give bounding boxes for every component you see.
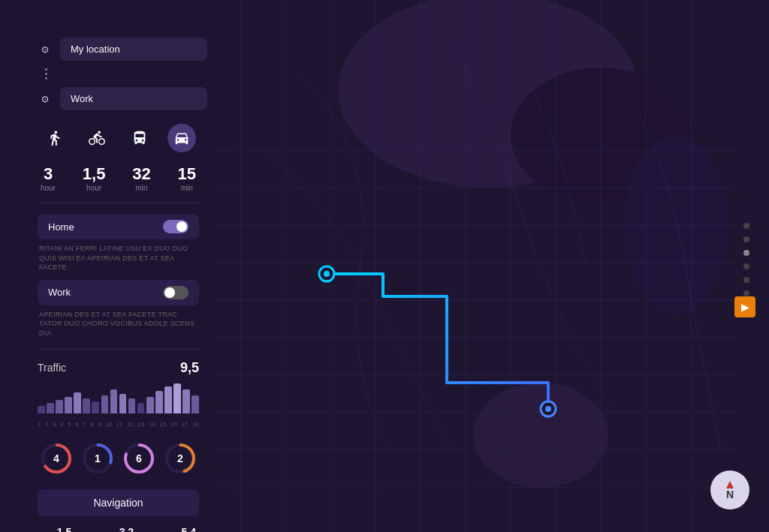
nav-distances: ▲ 1,5 km ◄ 3,2 km ◄ 5,4 km — [38, 527, 199, 532]
sidebar: ⊙ ⊙ 3 hou — [23, 23, 214, 532]
traffic-bar-12 — [137, 403, 145, 413]
transport-car[interactable] — [167, 124, 196, 152]
time-walk-label: hour — [41, 184, 56, 192]
toggle-section: Home RITANI AN FERRI LATINE USU EX DUO D… — [38, 214, 199, 338]
traffic-bar-2 — [47, 403, 54, 413]
nav-arrow-1: ▲ — [41, 529, 53, 532]
home-toggle-desc: RITANI AN FERRI LATINE USU EX DUO DUO QU… — [38, 244, 199, 272]
traffic-bar-11 — [128, 398, 136, 413]
nav-dist-value-1: 1,5 — [57, 527, 71, 532]
time-car-label: min — [181, 184, 193, 192]
work-toggle-header[interactable]: Work — [38, 280, 199, 305]
traffic-num-4: 4 — [60, 421, 63, 428]
traffic-num-7: 7 — [83, 421, 86, 428]
nav-arrow-3: ◄ — [165, 529, 177, 532]
traffic-num-6: 6 — [75, 421, 78, 428]
compass-inner: N — [726, 481, 734, 500]
traffic-label: Traffic — [38, 362, 66, 374]
transport-walk[interactable] — [41, 124, 69, 152]
traffic-num-5: 5 — [68, 421, 71, 428]
right-dot-1[interactable] — [743, 236, 749, 242]
svg-point-2 — [473, 383, 608, 488]
traffic-bar-13 — [146, 397, 154, 413]
work-toggle-row: Work APEIRIAN DES ET AT SEA FACETE TRAC … — [38, 280, 199, 338]
traffic-bar-17 — [182, 389, 190, 413]
traffic-section: Traffic 9,5 123456789101112131415161718 — [38, 360, 199, 428]
time-bus-value: 32 — [132, 166, 150, 182]
location-from-row: ⊙ — [38, 38, 199, 61]
time-stats: 3 hour 1,5 hour 32 min 15 min — [38, 166, 199, 192]
traffic-num-9: 9 — [98, 421, 101, 428]
location-from-icon: ⊙ — [38, 42, 53, 57]
transport-section — [38, 121, 199, 155]
traffic-bar-3 — [56, 400, 63, 413]
traffic-numbers: 123456789101112131415161718 — [38, 421, 199, 428]
connector-dot-2 — [45, 73, 47, 75]
right-dot-3[interactable] — [743, 263, 749, 269]
svg-point-26 — [324, 271, 330, 277]
time-bus: 32 min — [132, 166, 150, 192]
location-from-input[interactable] — [60, 38, 207, 61]
traffic-bar-6 — [83, 398, 90, 413]
work-toggle-label: Work — [48, 287, 71, 298]
svg-point-28 — [545, 406, 551, 412]
right-dot-5[interactable] — [743, 290, 749, 296]
expand-button[interactable]: ▶ — [734, 296, 755, 317]
transport-bus[interactable] — [125, 124, 154, 152]
traffic-num-16: 16 — [170, 421, 177, 428]
traffic-num-1: 1 — [38, 421, 41, 428]
time-walk: 3 hour — [41, 166, 56, 192]
connector-dot-1 — [45, 68, 47, 71]
nav-dist-1: ▲ 1,5 km — [41, 527, 71, 532]
transport-bike[interactable] — [83, 124, 111, 152]
compass: N — [710, 470, 749, 509]
right-dot-0[interactable] — [743, 223, 749, 229]
time-bike: 1,5 hour — [83, 166, 106, 192]
circle-item-2[interactable]: 6 — [122, 441, 156, 476]
traffic-header: Traffic 9,5 — [38, 360, 199, 376]
circle-num-1: 1 — [95, 452, 101, 464]
traffic-num-15: 15 — [159, 421, 166, 428]
right-dot-4[interactable] — [743, 277, 749, 283]
traffic-num-11: 11 — [116, 421, 123, 428]
traffic-bar-1 — [38, 406, 45, 413]
circle-item-0[interactable]: 4 — [39, 441, 74, 476]
home-toggle-switch[interactable] — [163, 220, 188, 233]
traffic-num-14: 14 — [149, 421, 155, 428]
traffic-num-17: 17 — [181, 421, 188, 428]
circle-num-2: 6 — [136, 452, 142, 464]
traffic-num-8: 8 — [90, 421, 93, 428]
connector-dot-3 — [45, 77, 47, 80]
time-car-value: 15 — [177, 166, 195, 182]
compass-n-label: N — [726, 489, 734, 500]
location-section: ⊙ ⊙ — [38, 38, 199, 110]
circle-num-0: 4 — [53, 452, 59, 464]
traffic-num-13: 13 — [138, 421, 145, 428]
circle-item-1[interactable]: 1 — [80, 441, 115, 476]
location-to-row: ⊙ — [38, 87, 199, 110]
home-toggle-row: Home RITANI AN FERRI LATINE USU EX DUO D… — [38, 214, 199, 272]
traffic-bar-14 — [155, 391, 163, 413]
traffic-bar-5 — [74, 392, 81, 413]
location-to-input[interactable] — [60, 87, 207, 110]
traffic-num-18: 18 — [192, 421, 199, 428]
compass-north-arrow — [726, 481, 734, 488]
traffic-num-12: 12 — [127, 421, 134, 428]
nav-dist-value-2: 3,2 — [119, 527, 134, 532]
right-dot-2[interactable] — [743, 250, 749, 256]
time-bus-label: min — [135, 184, 147, 192]
nav-dist-3: ◄ 5,4 km — [165, 527, 196, 532]
traffic-bars — [38, 383, 199, 413]
work-toggle-switch[interactable] — [163, 286, 188, 299]
time-walk-value: 3 — [44, 166, 53, 182]
circle-item-3[interactable]: 2 — [163, 441, 198, 476]
navigation-button[interactable]: Navigation — [38, 489, 199, 516]
home-toggle-header[interactable]: Home — [38, 214, 199, 239]
nav-dist-info-3: 5,4 km — [182, 527, 196, 532]
home-toggle-label: Home — [48, 221, 74, 233]
time-car: 15 min — [177, 166, 195, 192]
traffic-num-10: 10 — [105, 421, 112, 428]
nav-dist-info-1: 1,5 km — [57, 527, 71, 532]
time-bike-label: hour — [86, 184, 101, 192]
time-bike-value: 1,5 — [83, 166, 106, 182]
